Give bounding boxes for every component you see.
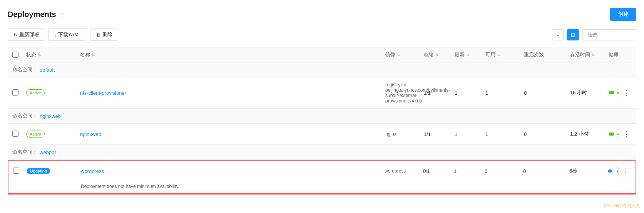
deployment-name-link[interactable]: wordpress bbox=[81, 168, 385, 174]
health-bar-container bbox=[609, 91, 614, 94]
th-status: 状态 ⇅ bbox=[26, 51, 80, 58]
highlighted-row-container: Updating wordpress wordpress 0/1 1 0 0 6… bbox=[8, 160, 636, 195]
health-bar-container bbox=[608, 169, 614, 173]
uptime-cell: 1.2 小时 bbox=[570, 131, 609, 138]
list-icon: ≡ bbox=[556, 32, 559, 38]
health-cell: ▾ ⋮ bbox=[609, 128, 632, 140]
uptime-value: 6秒 bbox=[569, 168, 577, 174]
more-options-button[interactable]: ⋮ bbox=[621, 165, 631, 177]
restarts-value: 0 bbox=[523, 168, 569, 174]
deployment-name-link[interactable]: nfs-client-provisioner bbox=[80, 90, 385, 96]
delete-label: 删除 bbox=[102, 31, 112, 38]
redeploy-label: 重新部署 bbox=[19, 31, 39, 38]
uptime-cell: 16 小时 bbox=[570, 89, 609, 96]
row-checkbox bbox=[13, 168, 27, 175]
ready-sort-icon[interactable]: ⇅ bbox=[435, 53, 438, 57]
deployment-name-link[interactable]: nginxweb bbox=[80, 131, 385, 137]
row-status: Active bbox=[26, 131, 80, 138]
status-badge: Updating bbox=[27, 168, 50, 174]
select-all-checkbox[interactable] bbox=[12, 52, 18, 58]
health-header-label: 健康 bbox=[609, 51, 619, 58]
table-row: Active nfs-client-provisioner registry.c… bbox=[8, 77, 636, 109]
download-yaml-label: 下载YAML bbox=[58, 31, 81, 38]
image-text: nginx bbox=[385, 131, 424, 137]
uptime-value: 1.2 小时 bbox=[570, 131, 589, 138]
create-button[interactable]: 创建 bbox=[610, 8, 636, 21]
expand-button[interactable]: ▾ bbox=[617, 129, 619, 139]
watermark: CSDN@慧闻大大 bbox=[604, 203, 640, 209]
row-select-checkbox[interactable] bbox=[12, 131, 18, 137]
image-sort-icon[interactable]: ⇅ bbox=[397, 53, 400, 57]
th-latest: 最新 ⇅ bbox=[455, 51, 485, 58]
namespace-row-webpp1: 命名空间： webpp1 bbox=[8, 145, 636, 160]
more-options-button[interactable]: ⋮ bbox=[622, 87, 632, 99]
download-icon: ↓ bbox=[54, 32, 57, 38]
image-text: registry.cn-beijing.aliyuncs.com/pylixm/… bbox=[385, 82, 424, 104]
expand-button[interactable]: ▾ bbox=[616, 166, 619, 176]
health-bar bbox=[608, 169, 612, 173]
table-row: Active nginxweb nginx 1/1 1 1 0 1.2 小时 ▾… bbox=[8, 124, 636, 145]
th-ready: 就绪 ⇅ bbox=[424, 51, 455, 58]
available-value: 0 bbox=[485, 168, 523, 174]
namespace-row-default: 命名空间： default bbox=[8, 62, 636, 77]
restarts-value: 0 bbox=[524, 131, 570, 137]
more-options-button[interactable]: ⋮ bbox=[622, 128, 632, 140]
uptime-value: 16 小时 bbox=[570, 89, 587, 96]
toolbar-right: ≡ ⊞ bbox=[552, 29, 636, 40]
namespace-value-default: default bbox=[40, 67, 55, 73]
uptime-sort-icon[interactable]: ⇅ bbox=[592, 53, 595, 57]
favorite-icon[interactable]: ☆ bbox=[59, 11, 65, 18]
status-sort-icon[interactable]: ⇅ bbox=[38, 53, 41, 57]
table-header: 状态 ⇅ 名称 ⇅ 镜像 ⇅ 就绪 ⇅ 最新 ⇅ 可用 ⇅ bbox=[8, 47, 636, 62]
refresh-icon: ↻ bbox=[13, 32, 18, 38]
delete-icon: 🗑 bbox=[96, 32, 101, 38]
ready-value: 0/1 bbox=[423, 168, 454, 174]
namespace-label-default: 命名空间： bbox=[12, 66, 37, 73]
grid-view-button[interactable]: ⊞ bbox=[567, 29, 579, 40]
table-container: 状态 ⇅ 名称 ⇅ 镜像 ⇅ 就绪 ⇅ 最新 ⇅ 可用 ⇅ bbox=[8, 47, 636, 195]
available-sort-icon[interactable]: ⇅ bbox=[497, 53, 500, 57]
latest-value: 1 bbox=[455, 90, 485, 96]
row-status: Updating bbox=[27, 168, 81, 174]
delete-button[interactable]: 🗑 删除 bbox=[90, 29, 118, 41]
latest-value: 1 bbox=[454, 168, 485, 174]
health-cell: ▾ ⋮ bbox=[608, 165, 631, 177]
restarts-header-label: 重启次数 bbox=[524, 51, 544, 58]
error-message: Deployment does not have minimum availab… bbox=[81, 184, 179, 189]
namespace-label-nginxweb: 命名空间： bbox=[12, 112, 37, 119]
uptime-header-label: 存活时间 bbox=[570, 51, 590, 58]
namespace-value-webpp1: webpp1 bbox=[40, 149, 57, 155]
page-header: Deployments ☆ 创建 bbox=[8, 8, 636, 21]
th-name: 名称 ⇅ bbox=[80, 51, 385, 58]
latest-value: 1 bbox=[455, 131, 485, 137]
available-header-label: 可用 bbox=[485, 51, 495, 58]
filter-input[interactable] bbox=[582, 29, 636, 40]
ready-value: 1/1 bbox=[424, 90, 455, 96]
table-row: Updating wordpress wordpress 0/1 1 0 0 6… bbox=[8, 161, 636, 181]
image-text: wordpress bbox=[385, 168, 423, 174]
name-sort-icon[interactable]: ⇅ bbox=[92, 53, 95, 57]
row-checkbox bbox=[12, 89, 26, 97]
row-status: Active bbox=[26, 89, 80, 96]
toolbar: ↻ 重新部署 ↓ 下载YAML 🗑 删除 ≡ ⊞ bbox=[8, 29, 636, 41]
name-header-label: 名称 bbox=[80, 51, 90, 58]
redeploy-button[interactable]: ↻ 重新部署 bbox=[8, 29, 45, 41]
th-uptime: 存活时间 ⇅ bbox=[570, 51, 609, 58]
status-header-label: 状态 bbox=[26, 51, 36, 58]
available-value: 1 bbox=[485, 90, 524, 96]
namespace-value-nginxweb: nginxweb bbox=[40, 113, 61, 119]
available-value: 1 bbox=[485, 131, 524, 137]
th-health: 健康 bbox=[609, 51, 632, 58]
row-select-checkbox[interactable] bbox=[12, 89, 18, 96]
health-bar bbox=[609, 91, 614, 94]
status-badge: Active bbox=[26, 89, 45, 96]
row-select-checkbox[interactable] bbox=[13, 168, 19, 174]
latest-header-label: 最新 bbox=[455, 51, 465, 58]
namespace-row-nginxweb: 命名空间： nginxweb bbox=[8, 109, 636, 124]
latest-sort-icon[interactable]: ⇅ bbox=[466, 53, 469, 57]
expand-button[interactable]: ▾ bbox=[617, 88, 619, 97]
download-yaml-button[interactable]: ↓ 下载YAML bbox=[48, 29, 87, 41]
list-view-button[interactable]: ≡ bbox=[552, 29, 564, 40]
health-bar-container bbox=[609, 132, 614, 136]
page-title: Deployments bbox=[8, 10, 56, 19]
